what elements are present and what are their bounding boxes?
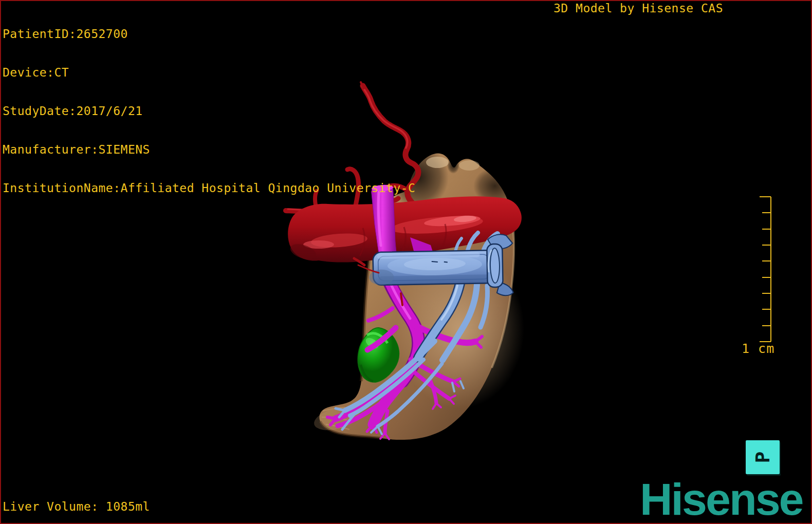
scale-bar-label: 1 cm (742, 341, 774, 356)
liver-volume-label: Liver Volume: 1085ml (3, 500, 150, 513)
manufacturer-line: Manufacturer:SIEMENS (3, 143, 415, 156)
patient-id-line: PatientID:2652700 (3, 28, 415, 41)
scale-bar: 1 cm (742, 197, 774, 356)
orientation-marker[interactable]: P (746, 440, 780, 474)
orientation-letter: P (751, 452, 774, 463)
hisense-logo: Hisense (640, 477, 803, 522)
device-line: Device:CT (3, 66, 415, 79)
institution-line: InstitutionName:Affiliated Hospital Qing… (3, 182, 415, 195)
study-date-line: StudyDate:2017/6/21 (3, 105, 415, 118)
patient-info-overlay: PatientID:2652700 Device:CT StudyDate:20… (3, 2, 415, 220)
viewer-screen: 1 cm PatientID:2652700 Device:CT StudyDa… (0, 0, 812, 524)
watermark-title: 3D Model by Hisense CAS (553, 2, 723, 15)
